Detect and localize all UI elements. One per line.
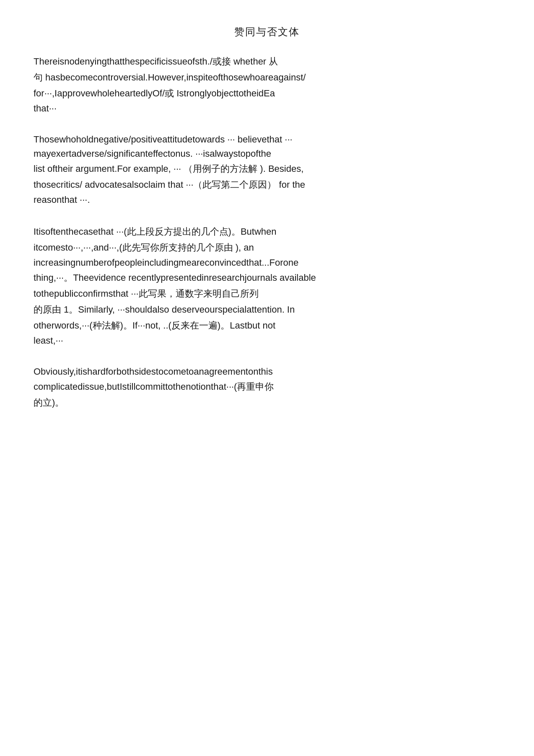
- page-title: 赞同与否文体: [34, 25, 500, 39]
- para2-line5: reasonthat ···.: [34, 194, 500, 205]
- paragraph-1: Thereisnodenyingthatthespecificissueofst…: [34, 55, 500, 114]
- para3-line6: 的原由 1。Similarly, ···shouldalso deserveou…: [34, 303, 500, 316]
- para3-line2: itcomesto···,···,and···,(此先写你所支持的几个原由 ),…: [34, 241, 500, 254]
- para1-line4: that···: [34, 103, 500, 114]
- paragraph-4: Obviously,itishardforbothsidestocometoan…: [34, 366, 500, 409]
- para4-line3: 的立)。: [34, 396, 500, 409]
- para4-line2: complicatedissue,butIstillcommittothenot…: [34, 381, 500, 393]
- para2-line3: list oftheir argument.For example, ··· （…: [34, 163, 500, 175]
- para1-line3: for···,IapprovewholeheartedlyOf/或 Istron…: [34, 87, 500, 100]
- para2-line1: Thosewhoholdnegative/positiveattitudetow…: [34, 134, 500, 145]
- paragraph-3: Itisoftenthecasethat ···(此上段反方提出的几个点)。Bu…: [34, 225, 500, 346]
- para4-line1: Obviously,itishardforbothsidestocometoan…: [34, 366, 500, 377]
- para2-line4: thosecritics/ advocatesalsoclaim that ··…: [34, 179, 500, 191]
- para3-line4: thing,···。Theevidence recentlypresentedi…: [34, 272, 500, 284]
- para1-line1: Thereisnodenyingthatthespecificissueofst…: [34, 55, 500, 68]
- para3-line7: otherwords,···(种法解)。If···not, ..(反来在一遍)。…: [34, 319, 500, 332]
- paragraph-2: Thosewhoholdnegative/positiveattitudetow…: [34, 134, 500, 205]
- para3-line1: Itisoftenthecasethat ···(此上段反方提出的几个点)。Bu…: [34, 225, 500, 238]
- para2-line2: mayexertadverse/significanteffectonus. ·…: [34, 148, 500, 159]
- para3-line5: tothepublicconfirmsthat ···此写果，通数字来明自己所列: [34, 287, 500, 300]
- para1-line2: 句 hasbecomecontroversial.However,inspite…: [34, 71, 500, 84]
- para3-line3: increasingnumberofpeopleincludingmeareco…: [34, 257, 500, 268]
- para3-line8: least,···: [34, 335, 500, 346]
